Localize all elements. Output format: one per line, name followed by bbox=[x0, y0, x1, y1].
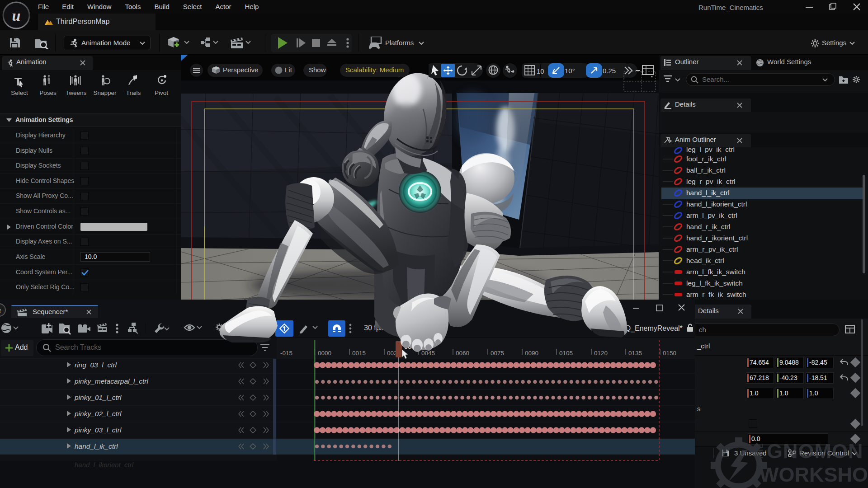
svg-text:GNOMON: GNOMON bbox=[767, 440, 863, 463]
svg-text:arm_r_pv_ik_ctrl: arm_r_pv_ik_ctrl bbox=[686, 245, 738, 253]
svg-text:Select: Select bbox=[11, 89, 28, 96]
svg-text:hand_r_ikorient_ctrl: hand_r_ikorient_ctrl bbox=[686, 234, 748, 242]
svg-text:THE: THE bbox=[756, 443, 764, 460]
svg-text:0000: 0000 bbox=[318, 350, 331, 357]
svg-text:0060: 0060 bbox=[456, 350, 469, 357]
svg-text:pinky_01_l_ctrl: pinky_01_l_ctrl bbox=[74, 394, 122, 401]
svg-text:pinky_02_l_ctrl: pinky_02_l_ctrl bbox=[74, 410, 122, 418]
svg-text:foot_r_ik_ctrl: foot_r_ik_ctrl bbox=[686, 155, 726, 163]
svg-text:ball_r_ik_ctrl: ball_r_ik_ctrl bbox=[686, 166, 726, 174]
svg-text:hand_r_ik_ctrl: hand_r_ik_ctrl bbox=[686, 223, 730, 230]
svg-text:leg_l_pv_ik_ctrl: leg_l_pv_ik_ctrl bbox=[686, 147, 735, 153]
svg-text:0075: 0075 bbox=[491, 350, 504, 357]
svg-text:u: u bbox=[12, 7, 21, 24]
svg-text:hand_l_ik_ctrl: hand_l_ik_ctrl bbox=[686, 189, 730, 197]
svg-text:arm_r_fk_ik_switch: arm_r_fk_ik_switch bbox=[686, 291, 746, 298]
svg-text:head_ik_ctrl: head_ik_ctrl bbox=[686, 257, 724, 264]
svg-text:hand_l_ik_ctrl: hand_l_ik_ctrl bbox=[75, 442, 118, 450]
svg-text:Snapper: Snapper bbox=[93, 89, 117, 96]
svg-text:hand_l_ikorient_ctrl: hand_l_ikorient_ctrl bbox=[686, 200, 747, 208]
svg-text:0045: 0045 bbox=[421, 350, 435, 357]
svg-text:0037: 0037 bbox=[404, 343, 419, 350]
svg-text:Pivot: Pivot bbox=[155, 89, 168, 96]
svg-text:0.25: 0.25 bbox=[603, 67, 616, 75]
svg-text:Poses: Poses bbox=[39, 89, 57, 96]
svg-text:0135: 0135 bbox=[628, 350, 642, 357]
svg-text:leg_l_fk_ik_switch: leg_l_fk_ik_switch bbox=[686, 279, 743, 287]
svg-text:10: 10 bbox=[537, 67, 544, 75]
svg-text:u: u bbox=[0, 306, 1, 314]
svg-text:0120: 0120 bbox=[594, 350, 608, 357]
svg-text:leg_r_pv_ik_ctrl: leg_r_pv_ik_ctrl bbox=[686, 178, 736, 185]
svg-text:pinky_metacarpal_l_ctrl: pinky_metacarpal_l_ctrl bbox=[74, 377, 148, 385]
svg-text:arm_l_pv_ik_ctrl: arm_l_pv_ik_ctrl bbox=[686, 211, 737, 219]
svg-text:-015: -015 bbox=[280, 350, 292, 357]
svg-text:arm_l_fk_ik_switch: arm_l_fk_ik_switch bbox=[686, 268, 745, 276]
svg-text:0015: 0015 bbox=[352, 350, 366, 357]
svg-text:Tweens: Tweens bbox=[66, 89, 87, 96]
svg-text:0105: 0105 bbox=[559, 350, 573, 357]
svg-text:0090: 0090 bbox=[525, 350, 538, 357]
svg-text:Trails: Trails bbox=[126, 89, 141, 96]
svg-text:pinky_03_l_ctrl: pinky_03_l_ctrl bbox=[74, 426, 122, 434]
svg-text:0150: 0150 bbox=[663, 350, 676, 357]
svg-text:WORKSHOP: WORKSHOP bbox=[760, 463, 868, 486]
svg-text:10°: 10° bbox=[565, 67, 575, 75]
svg-text:ring_03_l_ctrl: ring_03_l_ctrl bbox=[75, 361, 117, 369]
